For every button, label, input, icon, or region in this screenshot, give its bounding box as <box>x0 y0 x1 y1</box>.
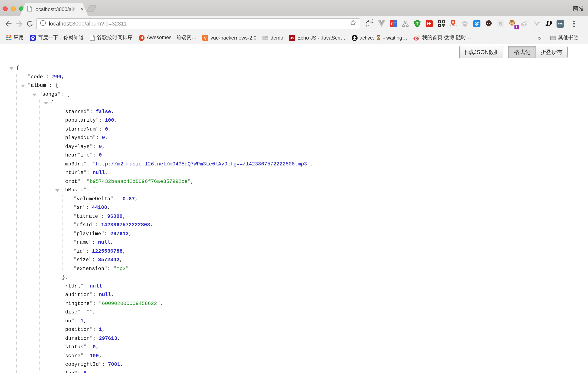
url-text[interactable]: localhost:3000/album?id=32311 <box>49 21 347 27</box>
json-key: name <box>76 239 89 245</box>
json-node: {"starred": false,"popularity": 100,"sta… <box>51 99 313 373</box>
json-key: ringtone <box>65 300 90 307</box>
json-row-mp3Url: "mp3Url": "http://m2.music.126.net/mO4G5… <box>62 160 313 169</box>
json-number-value: 7001 <box>108 362 120 367</box>
chrome-menu-icon[interactable] <box>568 18 579 29</box>
reload-button[interactable] <box>24 18 35 29</box>
hummingbird-icon[interactable] <box>532 20 540 28</box>
s-gray-icon[interactable]: S <box>497 20 505 28</box>
bookmark-item-0[interactable]: 应用 <box>3 33 27 42</box>
collapse-toggle-icon[interactable] <box>32 93 37 96</box>
collapse-toggle-icon[interactable] <box>55 189 60 192</box>
profile-name[interactable]: 阿发 <box>573 5 584 13</box>
json-node-album: "album": {"songs": [{"starred": false,"p… <box>28 81 313 373</box>
format-button[interactable]: 格式化 <box>508 46 536 58</box>
browser-tab[interactable]: localhost:3000/album?id=323 × <box>20 3 88 16</box>
json-row-bMusic-close: }, <box>62 273 313 282</box>
paw-icon[interactable] <box>461 20 469 28</box>
window-controls <box>3 6 24 11</box>
vue-gray-icon[interactable] <box>378 20 386 28</box>
forward-button[interactable] <box>14 18 24 29</box>
json-row-size: "size": 3572342, <box>74 256 313 264</box>
shield-t-icon[interactable]: T <box>413 20 421 28</box>
json-boolean-value: false <box>96 109 111 115</box>
json-row-status: "status": 0, <box>62 343 313 352</box>
json-row-disc: "disc": "", <box>62 308 313 317</box>
json-row-hearTime: "hearTime": 0, <box>62 151 313 160</box>
bookmark-star-icon[interactable] <box>350 20 356 28</box>
html5-player-icon[interactable]: 5PLAYER <box>449 20 457 28</box>
json-key: starredNum <box>65 126 96 132</box>
fast-forward-red-icon[interactable] <box>425 20 433 28</box>
json-children: "starred": false,"popularity": 100,"star… <box>51 107 313 373</box>
json-key: bMusic <box>65 187 83 193</box>
download-json-button[interactable]: 下载JSON数据 <box>459 46 504 58</box>
bookmark-item-3[interactable]: AAwesomes - 前端资… <box>136 33 200 42</box>
bookmark-label: vue-hackernews-2.0 <box>210 35 256 41</box>
bookmark-label: - waiting… <box>383 35 407 41</box>
json-row-duration: "duration": 297613, <box>62 334 313 343</box>
json-row-popularity: "popularity": 100, <box>62 116 313 125</box>
sitemap-icon[interactable] <box>401 20 410 28</box>
json-number-value: 100 <box>90 353 99 359</box>
json-row-starredNum: "starredNum": 0, <box>62 125 313 134</box>
awesomes-icon: A <box>139 35 145 41</box>
tab-close-icon[interactable]: × <box>81 6 84 12</box>
json-key: audition <box>65 292 90 298</box>
back-button[interactable] <box>3 18 14 29</box>
json-row-songs: "songs": [ <box>39 90 313 99</box>
json-row-bitrate: "bitrate": 96000, <box>74 212 313 221</box>
folder-icon <box>262 35 268 40</box>
address-bar[interactable]: localhost:3000/album?id=32311 <box>36 18 360 29</box>
info-circle-icon[interactable] <box>40 20 46 27</box>
extension-badge: 1 <box>514 25 519 29</box>
bookmark-label: 其他书签 <box>558 34 579 41</box>
fe-icon[interactable]: FE <box>389 20 398 28</box>
json-key: extension <box>76 266 104 272</box>
blue-chevron-icon[interactable] <box>473 20 481 28</box>
json-number-value: -0.87 <box>119 196 135 202</box>
collapse-toggle-icon[interactable] <box>9 67 14 70</box>
monkey-badge-icon[interactable]: 1 <box>508 20 516 28</box>
dark-reader-icon[interactable]: D <box>544 20 552 28</box>
qr-code-icon[interactable] <box>437 20 445 28</box>
bookmark-item-1[interactable]: 百度一下，你就知道 <box>27 33 87 42</box>
json-row-copyrightId: "copyrightId": 7001, <box>62 360 313 369</box>
download-circle-icon <box>351 35 357 41</box>
json-node: {"code": 200,"album": {"songs": [{"starr… <box>16 64 313 373</box>
bookmarks-overflow-chevron[interactable]: » <box>534 34 544 41</box>
bookmark-item-5[interactable]: demo <box>259 33 286 42</box>
bookmark-label: demo <box>270 35 283 41</box>
json-url-link[interactable]: http://m2.music.126.net/mO4G5dQ7WPm3Le0l… <box>96 161 307 167</box>
minimize-window-button[interactable] <box>11 6 16 11</box>
json-number-value: 0 <box>99 144 102 149</box>
bookmark-item-8[interactable]: 我的首页 微博-随时… <box>410 33 474 42</box>
weibo-gray-icon[interactable] <box>520 20 528 28</box>
collapse-toggle-icon[interactable] <box>21 85 25 87</box>
other-bookmarks-item[interactable]: 其他书签 <box>547 33 582 42</box>
json-row-fee: "fee": 8 <box>62 369 313 373</box>
json-key: songs <box>42 91 57 97</box>
view-mode-button-group: 格式化 折叠所有 <box>508 46 567 58</box>
new-tab-button[interactable] <box>86 5 97 12</box>
translate-icon[interactable]: 英en <box>366 20 374 28</box>
collapse-toggle-icon[interactable] <box>44 102 48 105</box>
json-number-value: 0 <box>102 135 105 141</box>
json-number-value: 1423867572222808 <box>101 222 150 228</box>
close-window-button[interactable] <box>3 6 8 11</box>
bookmark-item-6[interactable]: JSEcho JS - JavaScri… <box>286 33 348 42</box>
bookmark-item-2[interactable]: 谷歌按时间排序 <box>87 33 136 42</box>
ellipsis-box-icon[interactable] <box>556 20 564 28</box>
json-key: rtUrls <box>65 170 83 176</box>
other-bookmarks-folder[interactable]: 其他书签 <box>544 33 585 42</box>
echo-js-icon: JS <box>289 35 295 41</box>
bookmark-item-7[interactable]: active:- waiting… <box>348 33 410 42</box>
json-key: playedNum <box>65 135 93 141</box>
json-number-value: 297613 <box>99 335 117 341</box>
collapse-all-button[interactable]: 折叠所有 <box>536 46 567 58</box>
json-row-no: "no": 1, <box>62 317 313 325</box>
bookmark-item-4[interactable]: Vvue-hackernews-2.0 <box>200 33 259 42</box>
mask-icon[interactable] <box>485 20 493 28</box>
json-children: "code": 200,"album": {"songs": [{"starre… <box>16 73 313 373</box>
json-key: status <box>65 344 83 350</box>
